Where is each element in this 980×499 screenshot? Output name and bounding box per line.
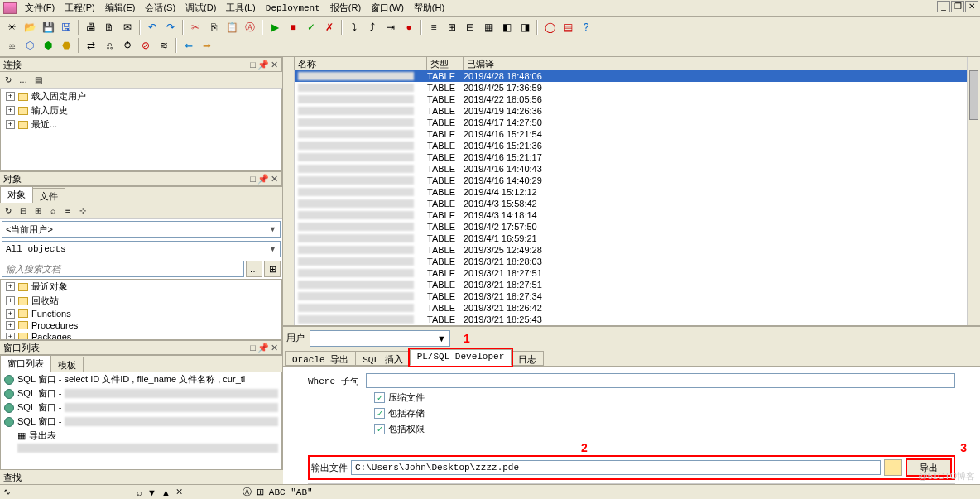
expand-icon[interactable]: +: [6, 120, 15, 129]
debug-step-icon[interactable]: ⤵: [346, 19, 363, 36]
menu-deployment[interactable]: Deployment: [261, 2, 325, 15]
tab-template[interactable]: 模板: [50, 357, 84, 372]
t2-3-icon[interactable]: ⬢: [40, 37, 56, 54]
t2-1-icon[interactable]: ⎂: [3, 37, 20, 54]
refresh-icon[interactable]: ↻: [2, 74, 15, 87]
check-priv[interactable]: ✓: [374, 424, 385, 434]
table-row[interactable]: TABLE2019/4/1 16:59:21: [283, 233, 980, 244]
t-icon[interactable]: ≡: [61, 204, 74, 218]
menu-report[interactable]: 报告(R): [325, 0, 366, 16]
scrollbar[interactable]: [967, 57, 980, 325]
t2-10-icon[interactable]: ⇐: [180, 37, 197, 54]
undo-icon[interactable]: ↶: [144, 19, 161, 36]
table-row[interactable]: TABLE2019/4/16 14:40:43: [283, 163, 980, 175]
search-input[interactable]: [2, 261, 244, 277]
table-row[interactable]: TABLE2019/4/2 17:57:50: [283, 221, 980, 233]
col-compiled-header[interactable]: 已编译: [464, 57, 980, 70]
stop-icon[interactable]: ■: [285, 19, 301, 36]
t2-11-icon[interactable]: ⇒: [199, 37, 215, 54]
tab-files[interactable]: 文件: [32, 188, 65, 203]
output-file-input[interactable]: [351, 460, 881, 475]
collapse-icon[interactable]: ⊟: [17, 204, 30, 218]
browse-folder-icon[interactable]: [884, 459, 902, 476]
expand-icon[interactable]: +: [6, 309, 15, 319]
plan-icon[interactable]: ≡: [425, 19, 442, 36]
refresh-icon[interactable]: ↻: [2, 204, 15, 218]
pin-icon[interactable]: □: [250, 174, 256, 185]
menu-window[interactable]: 窗口(W): [366, 0, 409, 16]
save-icon[interactable]: 💾: [40, 19, 56, 36]
menu-debug[interactable]: 调试(D): [180, 0, 221, 16]
help-icon[interactable]: ?: [578, 19, 594, 36]
restore-button[interactable]: ❐: [951, 1, 964, 12]
tab-oracle-export[interactable]: Oracle 导出: [285, 351, 356, 366]
filter-combo[interactable]: All objects▼: [2, 241, 281, 257]
object-tree[interactable]: +最近对象+回收站+Functions+Procedures+Packages: [0, 279, 282, 340]
pin2-icon[interactable]: 📌: [257, 343, 269, 353]
monitor-icon[interactable]: ⊟: [462, 19, 478, 36]
new-icon[interactable]: ☀: [3, 19, 20, 36]
expand-icon[interactable]: +: [6, 92, 15, 101]
folder-view-icon[interactable]: ▤: [31, 74, 45, 87]
print-icon[interactable]: 🖶: [83, 19, 99, 36]
t2-icon[interactable]: ⊹: [76, 204, 89, 218]
table-row[interactable]: TABLE2019/4/17 14:27:50: [283, 117, 980, 128]
table-row[interactable]: TABLE2019/4/16 15:21:36: [283, 140, 980, 151]
expand-icon[interactable]: ⊞: [31, 204, 45, 218]
pin2-icon[interactable]: 📌: [257, 60, 269, 70]
where-input[interactable]: [366, 373, 955, 388]
redo-icon[interactable]: ↷: [162, 19, 179, 36]
tree-item[interactable]: +Packages: [1, 331, 281, 340]
table-row[interactable]: TABLE2019/4/25 17:36:59: [283, 82, 980, 94]
pin-icon[interactable]: □: [250, 343, 256, 353]
search-button[interactable]: …: [246, 261, 262, 277]
tree-item[interactable]: +Procedures: [1, 319, 281, 331]
sb-down-icon[interactable]: ▼: [147, 487, 156, 497]
session-icon[interactable]: ⊞: [444, 19, 460, 36]
table-row[interactable]: TABLE2019/3/21 18:27:51: [283, 267, 980, 279]
close-panel-icon[interactable]: ✕: [271, 343, 278, 353]
oracle-icon[interactable]: ◯: [541, 19, 558, 36]
t2-7-icon[interactable]: ⥁: [119, 37, 136, 54]
report-window-icon[interactable]: ◨: [516, 19, 533, 36]
tree-item[interactable]: +输入历史: [1, 103, 281, 118]
list-item[interactable]: SQL 窗口 -: [1, 415, 281, 429]
copy-icon[interactable]: ⎘: [205, 19, 222, 36]
expand-icon[interactable]: +: [6, 106, 15, 115]
t2-5-icon[interactable]: ⇄: [83, 37, 99, 54]
sb-1-icon[interactable]: ∿: [3, 487, 11, 497]
window-icon[interactable]: ▦: [480, 19, 497, 36]
table-row[interactable]: TABLE2019/4/16 14:40:29: [283, 175, 980, 186]
list-item[interactable]: SQL 窗口 - select ID 文件ID , file_name 文件名称…: [1, 372, 281, 386]
sb-a-icon[interactable]: Ⓐ: [243, 486, 252, 498]
search-go-button[interactable]: ⊞: [264, 261, 281, 277]
print-preview-icon[interactable]: 🗎: [101, 19, 118, 36]
tree-item[interactable]: +载入固定用户: [1, 89, 281, 103]
tab-objects[interactable]: 对象: [0, 186, 33, 203]
tab-windowlist[interactable]: 窗口列表: [0, 355, 51, 372]
expand-icon[interactable]: +: [6, 321, 15, 330]
paste-icon[interactable]: 📋: [223, 19, 240, 36]
close-panel-icon[interactable]: ✕: [271, 60, 278, 70]
table-row[interactable]: TABLE2019/3/21 18:28:03: [283, 256, 980, 267]
sb-close-icon[interactable]: ⨯: [175, 487, 183, 497]
pdf-icon[interactable]: ▤: [560, 19, 576, 36]
debug-over-icon[interactable]: ⤴: [364, 19, 381, 36]
table-row[interactable]: TABLE2019/3/21 18:25:43: [283, 314, 980, 325]
t2-8-icon[interactable]: ⊘: [137, 37, 154, 54]
sb-up-icon[interactable]: ▲: [161, 487, 171, 497]
cut-icon[interactable]: ✂: [187, 19, 204, 36]
menu-edit[interactable]: 编辑(E): [100, 0, 141, 16]
table-row[interactable]: TABLE2019/4/16 15:21:17: [283, 151, 980, 163]
tree-item[interactable]: +Functions: [1, 308, 281, 319]
col-type-header[interactable]: 类型: [427, 57, 464, 70]
binocular-icon[interactable]: ⌕: [46, 204, 60, 218]
table-row[interactable]: TABLE2019/3/21 18:26:42: [283, 302, 980, 314]
sb-binocular-icon[interactable]: ⌕: [137, 487, 142, 497]
expand-icon[interactable]: +: [6, 282, 15, 291]
t2-4-icon[interactable]: ⬣: [58, 37, 74, 54]
open-icon[interactable]: 📂: [22, 19, 38, 36]
check-compress[interactable]: ✓: [374, 392, 385, 403]
tab-sql-insert[interactable]: SQL 插入: [355, 351, 410, 366]
col-name-header[interactable]: 名称: [295, 57, 427, 70]
